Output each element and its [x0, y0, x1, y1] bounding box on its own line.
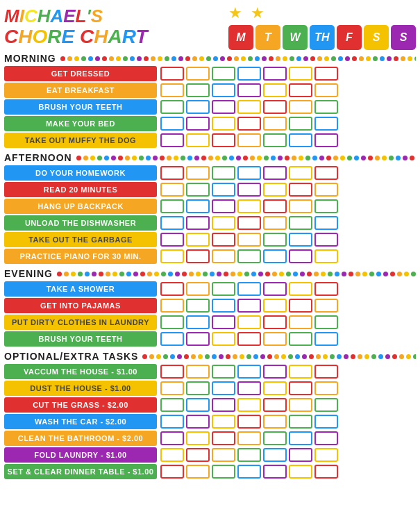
- chore-checkbox[interactable]: [314, 465, 338, 479]
- chore-checkbox[interactable]: [289, 398, 312, 412]
- chore-checkbox[interactable]: [289, 100, 312, 114]
- chore-checkbox[interactable]: [212, 199, 235, 213]
- chore-checkbox[interactable]: [160, 133, 184, 147]
- chore-checkbox[interactable]: [263, 398, 287, 412]
- chore-checkbox[interactable]: [263, 299, 287, 313]
- chore-checkbox[interactable]: [160, 183, 184, 197]
- chore-checkbox[interactable]: [186, 249, 210, 263]
- chore-checkbox[interactable]: [160, 381, 184, 395]
- chore-checkbox[interactable]: [314, 67, 338, 81]
- chore-checkbox[interactable]: [263, 67, 287, 81]
- chore-checkbox[interactable]: [186, 398, 210, 412]
- chore-checkbox[interactable]: [160, 282, 184, 296]
- chore-checkbox[interactable]: [289, 67, 312, 81]
- chore-checkbox[interactable]: [237, 465, 261, 479]
- chore-checkbox[interactable]: [314, 133, 338, 147]
- chore-checkbox[interactable]: [212, 117, 235, 131]
- chore-checkbox[interactable]: [237, 166, 261, 180]
- chore-checkbox[interactable]: [263, 448, 287, 462]
- chore-checkbox[interactable]: [160, 332, 184, 346]
- chore-checkbox[interactable]: [186, 166, 210, 180]
- chore-checkbox[interactable]: [289, 83, 312, 97]
- chore-checkbox[interactable]: [186, 83, 210, 97]
- chore-checkbox[interactable]: [263, 465, 287, 479]
- chore-checkbox[interactable]: [314, 233, 338, 247]
- chore-checkbox[interactable]: [263, 332, 287, 346]
- chore-checkbox[interactable]: [237, 133, 261, 147]
- chore-checkbox[interactable]: [212, 299, 235, 313]
- chore-checkbox[interactable]: [314, 249, 338, 263]
- chore-checkbox[interactable]: [160, 299, 184, 313]
- chore-checkbox[interactable]: [212, 67, 235, 81]
- chore-checkbox[interactable]: [289, 365, 312, 379]
- chore-checkbox[interactable]: [186, 233, 210, 247]
- chore-checkbox[interactable]: [314, 332, 338, 346]
- chore-checkbox[interactable]: [212, 448, 235, 462]
- chore-checkbox[interactable]: [263, 282, 287, 296]
- chore-checkbox[interactable]: [186, 431, 210, 445]
- chore-checkbox[interactable]: [212, 332, 235, 346]
- chore-checkbox[interactable]: [160, 465, 184, 479]
- chore-checkbox[interactable]: [186, 315, 210, 329]
- chore-checkbox[interactable]: [314, 398, 338, 412]
- chore-checkbox[interactable]: [212, 465, 235, 479]
- chore-checkbox[interactable]: [237, 117, 261, 131]
- chore-checkbox[interactable]: [314, 199, 338, 213]
- chore-checkbox[interactable]: [237, 315, 261, 329]
- chore-checkbox[interactable]: [237, 249, 261, 263]
- chore-checkbox[interactable]: [237, 216, 261, 230]
- chore-checkbox[interactable]: [289, 315, 312, 329]
- chore-checkbox[interactable]: [212, 315, 235, 329]
- chore-checkbox[interactable]: [314, 415, 338, 429]
- chore-checkbox[interactable]: [212, 431, 235, 445]
- chore-checkbox[interactable]: [314, 83, 338, 97]
- chore-checkbox[interactable]: [314, 381, 338, 395]
- chore-checkbox[interactable]: [160, 431, 184, 445]
- chore-checkbox[interactable]: [186, 415, 210, 429]
- chore-checkbox[interactable]: [237, 83, 261, 97]
- chore-checkbox[interactable]: [289, 448, 312, 462]
- chore-checkbox[interactable]: [186, 365, 210, 379]
- chore-checkbox[interactable]: [237, 67, 261, 81]
- chore-checkbox[interactable]: [289, 216, 312, 230]
- chore-checkbox[interactable]: [289, 465, 312, 479]
- chore-checkbox[interactable]: [289, 282, 312, 296]
- chore-checkbox[interactable]: [314, 216, 338, 230]
- chore-checkbox[interactable]: [237, 398, 261, 412]
- chore-checkbox[interactable]: [212, 381, 235, 395]
- chore-checkbox[interactable]: [289, 117, 312, 131]
- chore-checkbox[interactable]: [237, 199, 261, 213]
- chore-checkbox[interactable]: [212, 365, 235, 379]
- chore-checkbox[interactable]: [212, 183, 235, 197]
- chore-checkbox[interactable]: [186, 448, 210, 462]
- chore-checkbox[interactable]: [160, 199, 184, 213]
- chore-checkbox[interactable]: [160, 249, 184, 263]
- chore-checkbox[interactable]: [314, 166, 338, 180]
- chore-checkbox[interactable]: [263, 83, 287, 97]
- chore-checkbox[interactable]: [160, 315, 184, 329]
- chore-checkbox[interactable]: [263, 166, 287, 180]
- chore-checkbox[interactable]: [263, 183, 287, 197]
- chore-checkbox[interactable]: [263, 365, 287, 379]
- chore-checkbox[interactable]: [186, 216, 210, 230]
- chore-checkbox[interactable]: [263, 133, 287, 147]
- chore-checkbox[interactable]: [212, 282, 235, 296]
- chore-checkbox[interactable]: [212, 249, 235, 263]
- chore-checkbox[interactable]: [289, 299, 312, 313]
- chore-checkbox[interactable]: [186, 100, 210, 114]
- chore-checkbox[interactable]: [212, 398, 235, 412]
- chore-checkbox[interactable]: [237, 282, 261, 296]
- chore-checkbox[interactable]: [314, 117, 338, 131]
- chore-checkbox[interactable]: [314, 431, 338, 445]
- chore-checkbox[interactable]: [289, 133, 312, 147]
- chore-checkbox[interactable]: [160, 216, 184, 230]
- chore-checkbox[interactable]: [289, 415, 312, 429]
- chore-checkbox[interactable]: [212, 233, 235, 247]
- chore-checkbox[interactable]: [186, 465, 210, 479]
- chore-checkbox[interactable]: [212, 166, 235, 180]
- chore-checkbox[interactable]: [263, 381, 287, 395]
- chore-checkbox[interactable]: [314, 100, 338, 114]
- chore-checkbox[interactable]: [160, 100, 184, 114]
- chore-checkbox[interactable]: [314, 315, 338, 329]
- chore-checkbox[interactable]: [263, 431, 287, 445]
